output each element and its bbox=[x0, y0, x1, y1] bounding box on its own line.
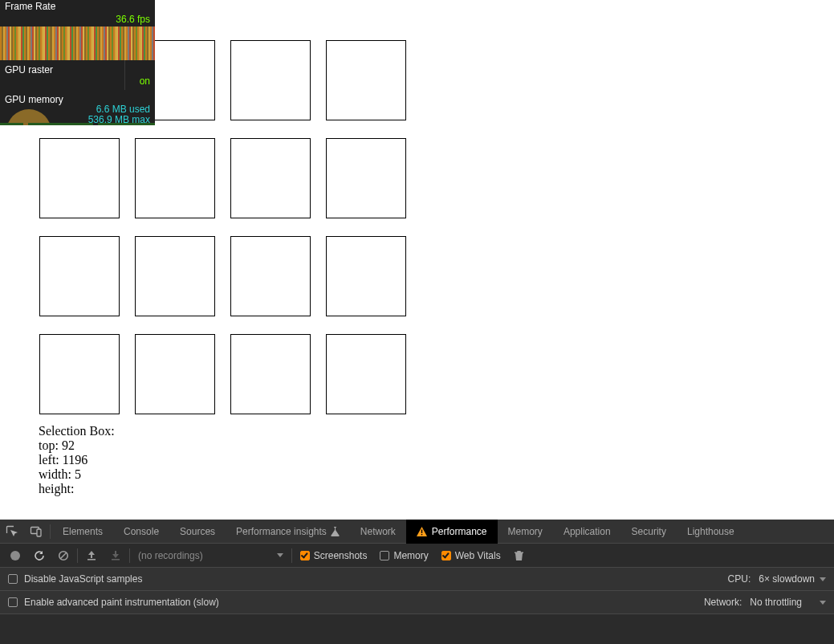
toggle-device-button[interactable] bbox=[24, 520, 48, 544]
checkbox-icon bbox=[300, 551, 310, 560]
screenshots-checkbox[interactable]: Screenshots bbox=[294, 544, 374, 568]
svg-rect-7 bbox=[87, 559, 96, 560]
setting-disable-js: Disable JavaScript samples CPU: 6× slowd… bbox=[0, 568, 834, 591]
flask-icon bbox=[331, 527, 340, 536]
tab-lighthouse[interactable]: Lighthouse bbox=[677, 520, 745, 544]
devtools-tabstrip: Elements Console Sources Performance ins… bbox=[0, 520, 834, 544]
inspect-element-button[interactable] bbox=[0, 520, 24, 544]
gpu-memory-label: GPU memory bbox=[5, 94, 63, 105]
grid-row bbox=[39, 334, 409, 414]
frame-rate-value: 36.6 fps bbox=[5, 12, 150, 25]
network-label: Network: bbox=[704, 597, 742, 608]
grid-cell[interactable] bbox=[326, 138, 406, 218]
clear-button[interactable] bbox=[51, 544, 75, 568]
tab-performance[interactable]: Performance bbox=[406, 520, 498, 544]
grid-cell[interactable] bbox=[135, 138, 215, 218]
record-button[interactable] bbox=[3, 544, 27, 568]
tab-sources[interactable]: Sources bbox=[169, 520, 226, 544]
gpu-raster-value: on bbox=[140, 75, 150, 87]
grid-row bbox=[39, 236, 409, 316]
garbage-collect-button[interactable] bbox=[507, 544, 531, 568]
grid-cell[interactable] bbox=[230, 138, 311, 218]
selection-width: width: 5 bbox=[39, 467, 115, 482]
memory-checkbox[interactable]: Memory bbox=[373, 544, 434, 568]
performance-settings: Disable JavaScript samples CPU: 6× slowd… bbox=[0, 568, 834, 614]
frame-rate-bars bbox=[0, 26, 155, 60]
svg-point-4 bbox=[10, 551, 20, 560]
gpu-memory-max: 536.9 MB max bbox=[88, 114, 150, 125]
grid-cell[interactable] bbox=[39, 236, 120, 316]
hud-frame-rate: Frame Rate 36.6 fps bbox=[0, 0, 155, 26]
devtools-empty-area bbox=[0, 614, 834, 643]
gpu-memory-used: 6.6 MB used bbox=[96, 104, 150, 115]
cpu-label: CPU: bbox=[728, 573, 751, 585]
checkbox-icon bbox=[380, 551, 389, 560]
recordings-label: (no recordings) bbox=[138, 550, 203, 561]
network-throttle-dropdown[interactable]: No throttling bbox=[750, 597, 826, 608]
recordings-dropdown[interactable]: (no recordings) bbox=[132, 544, 290, 568]
devtools-panel: Elements Console Sources Performance ins… bbox=[0, 520, 834, 644]
grid-cell[interactable] bbox=[230, 236, 311, 316]
svg-line-6 bbox=[60, 552, 67, 559]
web-vitals-checkbox[interactable]: Web Vitals bbox=[435, 544, 507, 568]
setting-advanced-paint: Enable advanced paint instrumentation (s… bbox=[0, 591, 834, 614]
selection-info: Selection Box: top: 92 left: 1196 width:… bbox=[39, 424, 115, 496]
grid-cell[interactable] bbox=[39, 138, 120, 218]
tab-console[interactable]: Console bbox=[113, 520, 169, 544]
grid-cell[interactable] bbox=[326, 40, 406, 120]
cpu-throttle-dropdown[interactable]: 6× slowdown bbox=[759, 573, 826, 585]
selection-top: top: 92 bbox=[39, 438, 115, 453]
selection-left: left: 1196 bbox=[39, 453, 115, 467]
grid-cell[interactable] bbox=[230, 40, 311, 120]
save-profile-button[interactable] bbox=[104, 544, 128, 568]
tab-application[interactable]: Application bbox=[553, 520, 621, 544]
tab-performance-insights[interactable]: Performance insights bbox=[226, 520, 350, 544]
checkbox-icon[interactable] bbox=[8, 574, 18, 584]
grid-cell[interactable] bbox=[230, 334, 311, 414]
grid-cell[interactable] bbox=[135, 334, 215, 414]
grid-cell[interactable] bbox=[39, 334, 120, 414]
selection-height: height: bbox=[39, 482, 115, 496]
hud-gpu-raster: GPU raster on bbox=[0, 60, 155, 90]
grid-cell[interactable] bbox=[135, 236, 215, 316]
svg-rect-8 bbox=[112, 559, 120, 560]
chevron-down-icon bbox=[820, 601, 826, 605]
selection-title: Selection Box: bbox=[39, 424, 115, 438]
hud-gpu-memory: GPU memory 6.6 MB used 536.9 MB max bbox=[0, 90, 155, 125]
svg-rect-1 bbox=[37, 529, 41, 536]
checkbox-icon[interactable] bbox=[8, 597, 18, 607]
chevron-down-icon bbox=[820, 577, 826, 581]
setting-label: Enable advanced paint instrumentation (s… bbox=[24, 597, 219, 608]
setting-label: Disable JavaScript samples bbox=[24, 573, 142, 585]
tab-elements[interactable]: Elements bbox=[52, 520, 113, 544]
chevron-down-icon bbox=[277, 553, 283, 557]
grid-cell[interactable] bbox=[326, 236, 406, 316]
fps-hud: Frame Rate 36.6 fps GPU raster on GPU me… bbox=[0, 0, 155, 125]
gpu-raster-label: GPU raster bbox=[5, 64, 53, 75]
performance-toolbar: (no recordings) Screenshots Memory Web V… bbox=[0, 544, 834, 568]
reload-record-button[interactable] bbox=[27, 544, 51, 568]
tab-network[interactable]: Network bbox=[350, 520, 406, 544]
warning-icon bbox=[417, 527, 427, 536]
svg-rect-2 bbox=[421, 529, 422, 533]
load-profile-button[interactable] bbox=[79, 544, 104, 568]
tab-memory[interactable]: Memory bbox=[498, 520, 553, 544]
svg-rect-3 bbox=[421, 534, 422, 535]
grid-row bbox=[39, 138, 409, 218]
tab-security[interactable]: Security bbox=[621, 520, 677, 544]
frame-rate-label: Frame Rate bbox=[5, 0, 150, 12]
grid-cell[interactable] bbox=[326, 334, 406, 414]
checkbox-icon bbox=[441, 551, 451, 560]
